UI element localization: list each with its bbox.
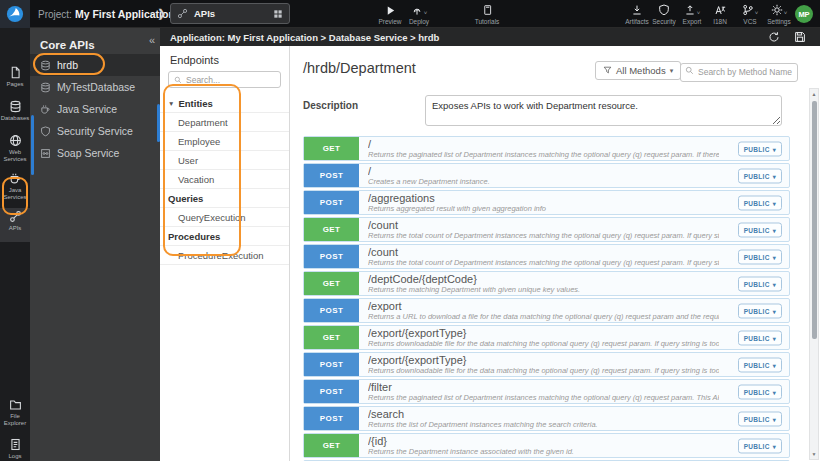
endpoints-title: Endpoints: [160, 46, 289, 71]
api-endpoint-row[interactable]: POST /export Returns a URL to download a…: [303, 298, 790, 323]
core-apis-panel: Core APIs « hrdb MyTestDatabase Java Ser…: [30, 28, 160, 461]
api-endpoint-row[interactable]: GET / Returns the paginated list of Depa…: [303, 136, 790, 161]
endpoint-info: / Returns the paginated list of Departme…: [359, 137, 789, 160]
tree-node-label: Entities: [178, 98, 212, 109]
sidebar-scrollbar-thumb[interactable]: [157, 104, 160, 142]
rail-item-databases[interactable]: Databases: [0, 98, 30, 122]
main-scrollbar[interactable]: ▲ ▼: [809, 88, 819, 460]
endpoint-info: / Creates a new Department instance.: [359, 164, 789, 187]
access-level-dropdown[interactable]: PUBLIC ▾: [738, 438, 782, 453]
sidebar-item-label: MyTestDatabase: [57, 81, 135, 93]
sidebar-item-soap-service[interactable]: Soap Service: [30, 142, 160, 164]
page-icon: [9, 66, 22, 79]
app-logo[interactable]: [0, 0, 30, 28]
api-endpoint-row[interactable]: POST /count Returns the total count of D…: [303, 244, 790, 269]
grid-icon[interactable]: [273, 9, 283, 19]
endpoints-search-input[interactable]: [186, 75, 275, 85]
user-avatar[interactable]: MP: [795, 5, 813, 23]
api-node-icon: [177, 8, 188, 19]
rail-scrollbar-thumb[interactable]: [31, 115, 34, 175]
access-level-dropdown[interactable]: PUBLIC ▾: [738, 222, 782, 237]
gear-icon: [771, 4, 783, 16]
access-level-dropdown[interactable]: PUBLIC ▾: [738, 303, 782, 318]
rail-label: Web Services: [0, 149, 30, 162]
tab-apis-label: APIs: [194, 8, 267, 19]
rail-item-java-services[interactable]: Java Services: [0, 170, 30, 200]
access-level-label: PUBLIC: [744, 334, 770, 341]
scroll-up-arrow[interactable]: ▲: [810, 91, 818, 97]
refresh-icon[interactable]: [768, 31, 780, 43]
rail-item-file-explorer[interactable]: File Explorer: [0, 396, 30, 426]
description-textarea[interactable]: Exposes APIs to work with Department res…: [425, 95, 782, 126]
rail-item-logs[interactable]: Logs: [0, 436, 30, 460]
access-level-dropdown[interactable]: PUBLIC ▾: [738, 141, 782, 156]
tree-node[interactable]: ProcedureExecution: [160, 246, 289, 265]
api-endpoint-row[interactable]: GET /deptCode/{deptCode} Returns the mat…: [303, 271, 790, 296]
access-level-dropdown[interactable]: PUBLIC ▾: [738, 384, 782, 399]
http-method-badge: GET: [304, 434, 359, 457]
save-icon[interactable]: [794, 31, 806, 43]
endpoint-description: Returns the paginated list of Department…: [368, 393, 719, 402]
database-icon: [40, 60, 51, 71]
tutorials-button[interactable]: Tutorials: [465, 3, 509, 25]
endpoint-info: /search Returns the list of Department i…: [359, 407, 789, 430]
tree-node[interactable]: Queries: [160, 189, 289, 208]
endpoint-info: /aggregations Returns aggregated result …: [359, 191, 789, 214]
api-endpoint-row[interactable]: POST /filter Returns the paginated list …: [303, 379, 790, 404]
scroll-down-arrow[interactable]: ▼: [810, 451, 818, 457]
tree-expand-icon[interactable]: ▼: [168, 100, 174, 107]
sidebar-item-label: Java Service: [57, 103, 117, 115]
scrollbar-thumb[interactable]: [812, 101, 817, 339]
rail-item-pages[interactable]: Pages: [0, 64, 30, 88]
deploy-button[interactable]: ˅ Deploy: [397, 3, 441, 25]
api-endpoint-row[interactable]: POST /export/{exportType} Returns downlo…: [303, 352, 790, 377]
database-icon: [9, 100, 22, 113]
tree-node[interactable]: Employee: [160, 132, 289, 151]
access-level-dropdown[interactable]: PUBLIC ▾: [738, 330, 782, 345]
caret-down-icon: ▾: [773, 199, 776, 206]
api-endpoint-row[interactable]: POST /aggregations Returns aggregated re…: [303, 190, 790, 215]
api-endpoint-row[interactable]: GET /{id} Returns the Department instanc…: [303, 433, 790, 458]
methods-filter-dropdown[interactable]: All Methods ▾: [595, 61, 681, 80]
method-search-input[interactable]: [680, 63, 798, 82]
deploy-icon: [411, 4, 423, 16]
api-endpoint-row[interactable]: GET /export/{exportType} Returns downloa…: [303, 325, 790, 350]
access-level-dropdown[interactable]: PUBLIC ▾: [738, 249, 782, 264]
rail-item-apis[interactable]: APIs: [0, 208, 30, 242]
sidebar-item-security-service[interactable]: Security Service: [30, 120, 160, 142]
endpoints-panel: Endpoints ▼ Entities Department Employ: [160, 46, 290, 461]
rail-label: File Explorer: [0, 413, 30, 426]
endpoints-search[interactable]: [168, 71, 281, 88]
api-endpoint-row[interactable]: GET /count Returns the total count of De…: [303, 217, 790, 242]
endpoint-info: /{id} Returns the Department instance as…: [359, 434, 789, 457]
caret-down-icon: ▾: [773, 280, 776, 287]
sidebar-item-hrdb[interactable]: hrdb: [30, 54, 160, 76]
access-level-label: PUBLIC: [744, 361, 770, 368]
access-level-dropdown[interactable]: PUBLIC ▾: [738, 276, 782, 291]
rail-label: Java Services: [0, 187, 30, 200]
api-endpoint-row[interactable]: POST /search Returns the list of Departm…: [303, 406, 790, 431]
tree-node[interactable]: Procedures: [160, 227, 289, 246]
access-level-dropdown[interactable]: PUBLIC ▾: [738, 357, 782, 372]
tree-node[interactable]: ▼ Entities: [160, 94, 289, 113]
tree-node[interactable]: Department: [160, 113, 289, 132]
access-level-dropdown[interactable]: PUBLIC ▾: [738, 411, 782, 426]
tab-apis[interactable]: APIs: [170, 3, 290, 24]
access-level-dropdown[interactable]: PUBLIC ▾: [738, 195, 782, 210]
collapse-panel-icon[interactable]: «: [149, 34, 155, 46]
caret-down-icon: ▾: [773, 253, 776, 260]
sidebar-item-label: Soap Service: [57, 147, 119, 159]
tree-node[interactable]: QueryExecution: [160, 208, 289, 227]
sidebar-item-java-service[interactable]: Java Service: [30, 98, 160, 120]
rail-label: APIs: [0, 225, 30, 232]
http-method-badge: POST: [304, 299, 359, 322]
coffee-icon: [9, 172, 22, 185]
rail-item-web-services[interactable]: Web Services: [0, 132, 30, 162]
tree-node[interactable]: User: [160, 151, 289, 170]
tree-node[interactable]: Vacation: [160, 170, 289, 189]
endpoint-path: /deptCode/{deptCode}: [368, 273, 719, 285]
sidebar-item-mytestdatabase[interactable]: MyTestDatabase: [30, 76, 160, 98]
access-level-dropdown[interactable]: PUBLIC ▾: [738, 168, 782, 183]
api-endpoint-row[interactable]: POST / Creates a new Department instance…: [303, 163, 790, 188]
endpoint-path: /search: [368, 408, 719, 420]
